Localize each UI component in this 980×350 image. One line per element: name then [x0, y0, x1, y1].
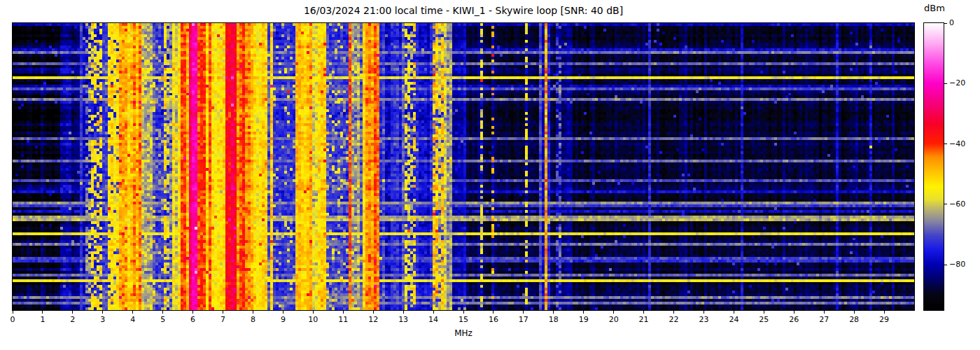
spectrogram-figure: 16/03/2024 21:00 local time - KIWI_1 - S… [0, 0, 980, 350]
x-tick-label: 17 [510, 315, 538, 324]
x-tick-mark [523, 311, 524, 314]
x-tick-mark [223, 311, 223, 314]
x-tick-mark [313, 311, 314, 314]
x-tick-mark [433, 311, 434, 314]
x-tick-mark [102, 311, 103, 314]
colorbar-unit-label: dBm [912, 3, 957, 13]
colorbar-tick-mark [944, 204, 947, 204]
x-tick-mark [132, 311, 133, 314]
colorbar-tick-label: 0 [949, 18, 954, 28]
colorbar-tick-label: −80 [949, 260, 965, 270]
x-tick-label: 28 [840, 315, 868, 324]
x-tick-mark [613, 311, 614, 314]
x-tick-mark [643, 311, 644, 314]
x-tick-label: 5 [149, 315, 177, 324]
colorbar-frame [923, 22, 944, 311]
x-tick-label: 8 [239, 315, 267, 324]
x-tick-mark [673, 311, 674, 314]
x-tick-mark [553, 311, 554, 314]
x-tick-label: 19 [570, 315, 598, 324]
x-tick-mark [403, 311, 404, 314]
x-tick-label: 27 [810, 315, 838, 324]
x-tick-mark [13, 311, 13, 314]
x-tick-label: 21 [630, 315, 658, 324]
x-tick-mark [734, 311, 734, 314]
x-tick-label: 22 [660, 315, 688, 324]
x-tick-label: 1 [29, 315, 57, 324]
x-tick-label: 9 [269, 315, 297, 324]
x-tick-label: 18 [540, 315, 568, 324]
x-tick-mark [704, 311, 704, 314]
x-tick-label: 10 [299, 315, 327, 324]
x-tick-label: 0 [0, 315, 27, 324]
waterfall-heatmap [13, 23, 914, 310]
x-tick-label: 6 [179, 315, 207, 324]
chart-title: 16/03/2024 21:00 local time - KIWI_1 - S… [13, 4, 914, 17]
x-tick-label: 20 [600, 315, 628, 324]
x-tick-mark [794, 311, 794, 314]
x-tick-mark [824, 311, 825, 314]
x-tick-mark [253, 311, 253, 314]
colorbar-tick-mark [944, 265, 947, 265]
x-tick-label: 26 [780, 315, 808, 324]
x-tick-mark [343, 311, 344, 314]
x-tick-label: 16 [479, 315, 507, 324]
x-tick-label: 23 [690, 315, 718, 324]
plot-frame [12, 22, 915, 311]
x-tick-label: 11 [329, 315, 357, 324]
x-tick-mark [884, 311, 885, 314]
x-tick-mark [764, 311, 764, 314]
colorbar-tick-label: −60 [949, 200, 965, 209]
x-tick-label: 2 [59, 315, 87, 324]
x-tick-label: 29 [870, 315, 898, 324]
x-tick-mark [283, 311, 284, 314]
x-tick-mark [854, 311, 855, 314]
x-tick-mark [192, 311, 193, 314]
colorbar-tick-label: −20 [949, 78, 965, 88]
x-tick-mark [373, 311, 374, 314]
colorbar-tick-mark [944, 23, 947, 24]
colorbar-gradient [924, 23, 944, 310]
colorbar-tick-mark [944, 83, 947, 84]
x-tick-mark [162, 311, 163, 314]
x-tick-mark [463, 311, 464, 314]
x-tick-mark [493, 311, 493, 314]
x-tick-label: 15 [449, 315, 477, 324]
x-tick-mark [72, 311, 73, 314]
x-axis-label: MHz [13, 328, 914, 338]
x-tick-label: 3 [89, 315, 117, 324]
colorbar-tick-label: −40 [949, 139, 965, 149]
x-tick-label: 12 [359, 315, 387, 324]
x-tick-mark [583, 311, 584, 314]
x-tick-mark [42, 311, 43, 314]
x-tick-label: 25 [750, 315, 778, 324]
x-tick-label: 4 [119, 315, 147, 324]
x-tick-label: 24 [720, 315, 748, 324]
x-tick-label: 14 [419, 315, 447, 324]
x-tick-label: 7 [209, 315, 237, 324]
colorbar-tick-mark [944, 144, 947, 144]
x-tick-label: 13 [389, 315, 417, 324]
